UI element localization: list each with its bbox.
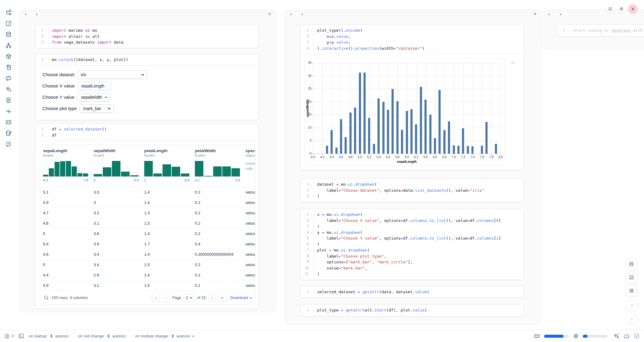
table-row[interactable]: 4.63.41.40.3000000000000004setosa (40, 249, 255, 260)
code-text[interactable]: plot_type = getattr(alt.Chart(df), plot.… (313, 307, 524, 313)
dataset-select[interactable]: iris (77, 70, 147, 79)
fold-marker[interactable]: ⌄ (309, 27, 313, 34)
download-button[interactable]: Download (230, 295, 252, 300)
packages-icon[interactable] (3, 51, 14, 62)
terminal-button[interactable] (18, 333, 24, 339)
add-column-button[interactable]: + (268, 11, 271, 17)
cell-plot-type[interactable]: 1plot_type = getattr(alt.Chart(df), plot… (301, 305, 524, 316)
column-prev-button[interactable]: ‹ (548, 12, 550, 16)
column-next-button[interactable]: › (560, 12, 561, 16)
code-text[interactable]: ) (313, 223, 524, 230)
fold-marker[interactable]: ⌄ (309, 247, 313, 253)
connection-status-icon[interactable] (634, 333, 640, 339)
column-header[interactable]: petalLengthfloat6416.9 (144, 148, 190, 182)
table-row[interactable]: 5.13.51.40.2setosa (40, 187, 255, 198)
cell-dataframe[interactable]: 1df = selected_dataset()2df sepalLengthf… (35, 123, 259, 309)
x-value-select[interactable]: sepalLength (77, 82, 111, 90)
cell-empty[interactable]: 1Start coding or generate with (557, 25, 644, 36)
last-page-button[interactable]: » (218, 294, 226, 302)
table-row[interactable]: 53.61.40.2setosa (40, 229, 255, 239)
code-text[interactable]: value="mark_bar", (313, 265, 524, 271)
add-column-button[interactable]: + (533, 11, 537, 17)
code-text[interactable]: y = mo.ui.dropdown( (313, 230, 524, 236)
on-module-change-setting[interactable]: on module change: autorun (135, 334, 195, 338)
functions-icon[interactable]: ƒ (3, 18, 14, 29)
data-sources-icon[interactable] (3, 29, 14, 40)
code-text[interactable]: x=x.value, (313, 34, 524, 40)
code-editor[interactable]: 1⌄plot_type().encode(2 x=x.value,3 y=y.v… (301, 25, 524, 54)
prev-page-button[interactable]: ‹ (162, 294, 170, 302)
code-text[interactable]: plot = mo.ui.dropdown( (313, 247, 524, 253)
menu-button[interactable] (606, 5, 614, 13)
on-startup-setting[interactable]: on startup: autorun (29, 334, 69, 338)
code-text[interactable]: import altair as alt (48, 34, 258, 40)
help-icon[interactable]: ? (3, 139, 14, 149)
code-editor[interactable]: 1mo.vstack([dataset, x, y, plot]) (36, 54, 258, 65)
column-prev-button[interactable]: ‹ (25, 12, 27, 16)
cell-dataset-dropdown[interactable]: 1⌄dataset = mo.ui.dropdown(2 label="Choo… (301, 179, 524, 202)
code-editor[interactable]: 1import marimo as mo2import altair as al… (36, 25, 258, 48)
search-icon[interactable] (44, 295, 49, 300)
column-header[interactable]: speciesobjectuniquenulls: (245, 148, 256, 171)
code-text[interactable]: y=y.value, (313, 39, 524, 45)
fold-marker[interactable]: ⌄ (309, 212, 313, 218)
code-text[interactable]: Start coding or generate with (570, 27, 644, 34)
column-header[interactable]: petalWidthfloat640.12.5 (195, 148, 241, 182)
code-text[interactable]: ).interactive().properties(width="contai… (313, 45, 524, 52)
chart-actions-button[interactable] (508, 58, 517, 67)
runtime-bot-icon[interactable] (624, 333, 630, 339)
table-row[interactable]: 5.43.91.70.4setosa (40, 239, 255, 249)
code-text[interactable]: dataset = mo.ui.dropdown( (313, 181, 524, 187)
snippets-icon[interactable] (3, 117, 14, 127)
table-row[interactable]: 4.931.40.2setosa (40, 198, 255, 208)
code-editor[interactable]: 1selected_dataset = getattr(data, datase… (301, 287, 524, 297)
ai-chat-icon[interactable] (3, 73, 14, 84)
layout-button[interactable] (626, 272, 637, 283)
code-text[interactable]: label="Choose dataset", options=data.lis… (313, 187, 524, 194)
cell-selected-dataset[interactable]: 1selected_dataset = getattr(data, datase… (301, 286, 524, 298)
code-editor[interactable]: 1Start coding or generate with (557, 25, 644, 36)
on-cell-change-setting[interactable]: on cell change: autorun (78, 334, 126, 338)
logs-icon[interactable] (3, 84, 14, 94)
cell-xy-plot-dropdowns[interactable]: 1⌄x = mo.ui.dropdown(2 label="Choose X v… (301, 209, 524, 280)
documentation-icon[interactable] (3, 95, 14, 105)
table-row[interactable]: 4.42.91.40.2setosa (40, 270, 255, 280)
code-text[interactable]: import marimo as mo (48, 27, 258, 34)
y-value-select[interactable]: sepalWidth (77, 93, 110, 102)
run-button[interactable] (626, 313, 638, 325)
table-row[interactable]: 53.41.50.2setosa (40, 260, 255, 270)
code-text[interactable]: mo.vstack([dataset, x, y, plot]) (48, 57, 258, 63)
tracing-icon[interactable] (3, 106, 14, 116)
code-text[interactable]: options=["mark_bar", "mark_circle"], (313, 259, 524, 265)
table-row[interactable]: 4.73.21.30.2setosa (40, 208, 255, 218)
plot-type-select[interactable]: mark_bar (80, 104, 114, 113)
code-text[interactable]: label="Choose X value", options=df.colum… (313, 218, 524, 224)
scratchpad-icon[interactable] (3, 62, 14, 73)
column-header[interactable]: sepalLengthfloat644.37.9 (43, 148, 89, 182)
first-page-button[interactable]: « (152, 294, 160, 302)
code-editor[interactable]: 1⌄dataset = mo.ui.dropdown(2 label="Choo… (301, 179, 524, 202)
code-text[interactable]: ) (313, 271, 524, 277)
column-header[interactable]: sepalWidthfloat6424.4 (94, 148, 139, 182)
bar-chart[interactable]: sepalWidth sepalLength 4.04.24.44.64.85.… (305, 58, 505, 166)
page-select[interactable]: 1 (183, 294, 195, 302)
ai-sparkles-icon[interactable] (614, 333, 620, 339)
code-text[interactable]: ) (313, 193, 524, 199)
code-text[interactable]: df (48, 132, 258, 138)
code-text[interactable]: plot_type().encode( (313, 27, 524, 34)
code-text[interactable]: label="Choose Y value", options=df.colum… (313, 235, 524, 241)
close-button[interactable] (628, 4, 638, 14)
notebook-icon[interactable] (3, 128, 14, 138)
column-prev-button[interactable]: ‹ (290, 12, 292, 16)
file-explorer-icon[interactable] (3, 7, 14, 18)
code-text[interactable]: from vega_datasets import data (48, 39, 258, 45)
code-text[interactable]: x = mo.ui.dropdown( (313, 212, 524, 218)
cell-vstack[interactable]: 1mo.vstack([dataset, x, y, plot]) Choose… (35, 54, 259, 120)
settings-button[interactable] (617, 5, 626, 13)
table-row[interactable]: 4.63.11.50.2setosa (40, 218, 255, 229)
next-page-button[interactable]: › (208, 294, 216, 302)
column-next-button[interactable]: › (301, 12, 303, 16)
column-next-button[interactable]: › (36, 12, 38, 16)
fold-marker[interactable]: ⌄ (309, 230, 313, 236)
cell-plot[interactable]: 1⌄plot_type().encode(2 x=x.value,3 y=y.v… (301, 25, 524, 170)
